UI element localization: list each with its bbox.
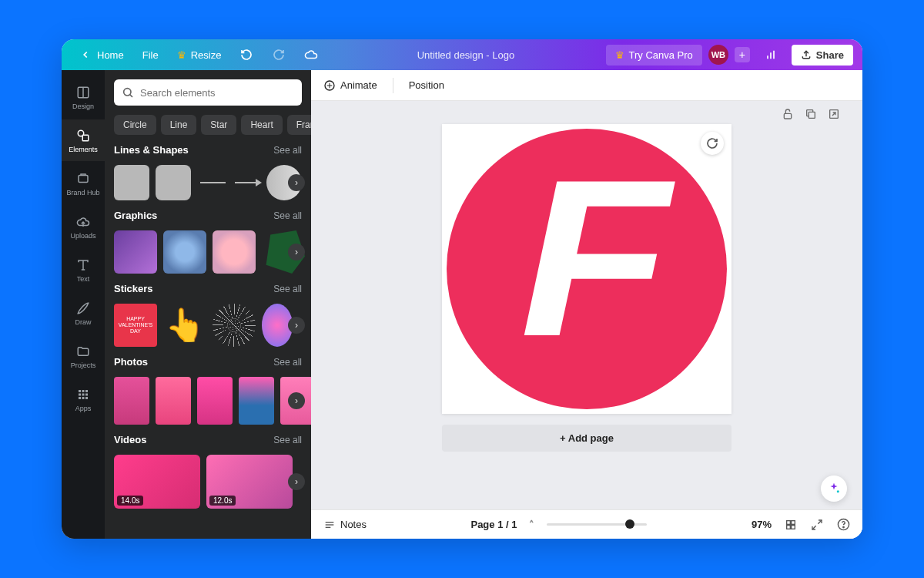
svg-rect-18 <box>79 397 81 399</box>
back-button[interactable]: Home <box>71 43 132 66</box>
magic-button[interactable] <box>821 476 847 502</box>
avatar[interactable]: WB <box>708 45 728 65</box>
nav-elements[interactable]: Elements <box>62 119 105 161</box>
animate-button[interactable]: Animate <box>323 79 377 92</box>
svg-rect-33 <box>792 520 795 524</box>
lock-icon[interactable] <box>781 107 795 121</box>
section-title-stickers: Stickers <box>114 283 153 294</box>
side-nav: Design Elements Brand Hub Uploads Text D… <box>62 70 105 539</box>
section-title-videos: Videos <box>114 434 146 445</box>
graphic-thumb[interactable] <box>114 230 157 274</box>
regenerate-button[interactable] <box>701 132 724 155</box>
row-scroll-right[interactable]: › <box>288 473 305 490</box>
cloud-sync-button[interactable] <box>296 43 326 66</box>
undo-icon <box>239 48 253 62</box>
svg-rect-34 <box>787 525 791 529</box>
video-thumb[interactable]: 12.0s <box>206 455 293 509</box>
photo-thumb[interactable] <box>197 377 233 425</box>
canvas-page[interactable]: F <box>442 124 732 414</box>
sticker-thumb[interactable]: 👆 <box>163 304 206 347</box>
redo-icon <box>272 48 286 62</box>
shape-arrow[interactable] <box>235 182 260 183</box>
nav-brand-hub[interactable]: Brand Hub <box>62 163 105 204</box>
see-all-videos[interactable]: See all <box>273 435 302 445</box>
photo-thumb[interactable] <box>156 377 191 425</box>
shapes-icon <box>75 128 91 143</box>
see-all-lines-shapes[interactable]: See all <box>273 145 302 156</box>
brand-icon <box>75 171 91 187</box>
svg-rect-15 <box>79 393 81 395</box>
chip-line[interactable]: Line <box>161 115 197 135</box>
search-input[interactable] <box>114 79 302 106</box>
chevron-up-icon[interactable]: ˄ <box>529 519 534 530</box>
notes-icon <box>323 519 336 531</box>
chip-circle[interactable]: Circle <box>114 115 156 135</box>
videos-row: 14.0s 12.0s › <box>114 455 302 509</box>
resize-button[interactable]: ♛ Resize <box>169 45 229 66</box>
svg-rect-20 <box>85 397 88 399</box>
svg-rect-35 <box>792 525 795 529</box>
text-icon <box>75 257 91 273</box>
add-page-button[interactable]: + Add page <box>442 425 732 452</box>
redo-button[interactable] <box>264 43 293 66</box>
svg-rect-13 <box>82 390 85 392</box>
context-toolbar: Animate Position <box>311 70 862 101</box>
svg-rect-12 <box>79 390 81 392</box>
page-tools <box>311 101 862 121</box>
export-icon[interactable] <box>827 107 841 121</box>
nav-text[interactable]: Text <box>62 249 105 291</box>
grid-view-icon[interactable] <box>784 518 798 532</box>
chip-frame[interactable]: Frame <box>287 115 311 135</box>
see-all-photos[interactable]: See all <box>273 357 302 368</box>
undo-button[interactable] <box>232 43 261 66</box>
nav-design[interactable]: Design <box>62 76 105 118</box>
photo-thumb[interactable] <box>239 377 274 425</box>
video-thumb[interactable]: 14.0s <box>114 455 200 509</box>
nav-uploads[interactable]: Uploads <box>62 206 105 247</box>
grid-icon <box>75 387 91 402</box>
help-icon[interactable] <box>836 518 850 532</box>
photo-thumb[interactable] <box>114 377 149 425</box>
document-title[interactable]: Untitled design - Logo <box>326 49 605 61</box>
svg-rect-24 <box>784 113 791 119</box>
duplicate-icon[interactable] <box>804 107 818 121</box>
svg-rect-7 <box>82 135 89 141</box>
shape-line[interactable] <box>200 182 226 183</box>
chip-star[interactable]: Star <box>201 115 236 135</box>
see-all-stickers[interactable]: See all <box>273 284 302 294</box>
nav-apps[interactable]: Apps <box>62 378 105 420</box>
position-button[interactable]: Position <box>409 79 444 91</box>
try-pro-button[interactable]: ♛ Try Canva Pro <box>606 45 702 66</box>
graphics-row: › <box>114 230 302 274</box>
page-indicator: Page 1 / 1 <box>470 519 517 530</box>
insights-button[interactable] <box>756 43 785 66</box>
share-button[interactable]: Share <box>792 45 853 66</box>
nav-draw[interactable]: Draw <box>62 292 105 334</box>
row-scroll-right[interactable]: › <box>288 317 305 334</box>
sticker-thumb[interactable] <box>213 304 256 347</box>
fullscreen-icon[interactable] <box>810 518 824 532</box>
row-scroll-right[interactable]: › <box>288 392 305 409</box>
logo-letter[interactable]: F <box>520 146 670 369</box>
see-all-graphics[interactable]: See all <box>273 210 302 221</box>
svg-rect-17 <box>85 393 88 395</box>
shape-rounded-square[interactable] <box>156 165 191 200</box>
sticker-thumb[interactable]: HAPPYVALENTINE'SDAY <box>114 304 157 347</box>
chip-heart[interactable]: Heart <box>241 115 282 135</box>
shape-square[interactable] <box>114 165 149 200</box>
photos-row: › <box>114 377 302 425</box>
row-scroll-right[interactable]: › <box>288 244 305 260</box>
nav-projects[interactable]: Projects <box>62 335 105 377</box>
add-member-button[interactable]: + <box>735 47 750 62</box>
filter-chips: Circle Line Star Heart Frame <box>114 115 302 135</box>
graphic-thumb[interactable] <box>163 230 206 274</box>
zoom-slider[interactable] <box>547 523 647 526</box>
zoom-value[interactable]: 97% <box>752 519 772 530</box>
file-menu[interactable]: File <box>135 45 166 66</box>
layout-icon <box>75 85 91 100</box>
graphic-thumb[interactable] <box>213 230 256 274</box>
notes-button[interactable]: Notes <box>323 519 367 531</box>
cloud-upload-icon <box>75 214 91 230</box>
row-scroll-right[interactable]: › <box>288 174 305 191</box>
section-title-photos: Photos <box>114 356 148 368</box>
